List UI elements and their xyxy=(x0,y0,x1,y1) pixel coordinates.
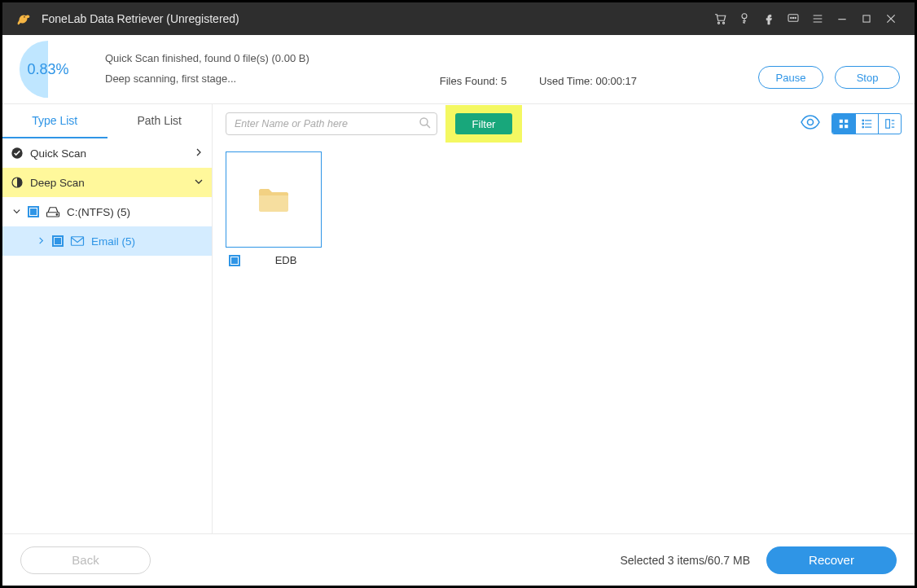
svg-point-23 xyxy=(862,123,863,125)
grid-view-button[interactable] xyxy=(832,114,855,134)
svg-point-3 xyxy=(742,14,747,19)
footer: Back Selected 3 items/60.7 MB Recover xyxy=(2,533,915,586)
svg-point-6 xyxy=(792,17,793,18)
svg-point-24 xyxy=(862,126,863,128)
svg-point-1 xyxy=(717,22,719,24)
detail-view-button[interactable] xyxy=(878,114,901,134)
folder-item[interactable]: EDB xyxy=(226,151,322,266)
svg-rect-19 xyxy=(845,120,848,123)
cart-icon[interactable] xyxy=(708,7,732,31)
titlebar: FoneLab Data Retriever (Unregistered) xyxy=(2,2,915,35)
email-checkbox[interactable] xyxy=(52,235,64,247)
tree-email[interactable]: Email (5) xyxy=(2,226,212,256)
close-icon[interactable] xyxy=(879,7,903,31)
tree-deep-scan[interactable]: Deep Scan xyxy=(2,168,212,197)
svg-point-5 xyxy=(791,17,792,18)
status-line-1: Quick Scan finished, found 0 file(s) (0.… xyxy=(105,49,309,69)
svg-rect-18 xyxy=(840,120,843,123)
tab-path-list[interactable]: Path List xyxy=(107,104,213,138)
drive-icon xyxy=(46,205,60,218)
tab-type-list[interactable]: Type List xyxy=(2,104,107,138)
facebook-icon[interactable] xyxy=(757,7,781,31)
quick-scan-label: Quick Scan xyxy=(30,147,86,160)
svg-point-17 xyxy=(808,120,814,125)
svg-point-0 xyxy=(24,16,25,18)
content-toolbar: Filter xyxy=(213,104,915,143)
folder-name: EDB xyxy=(250,254,322,266)
half-circle-icon xyxy=(11,176,24,189)
svg-rect-8 xyxy=(863,15,870,22)
menu-icon[interactable] xyxy=(805,7,830,31)
search-input[interactable] xyxy=(226,112,437,135)
view-mode-group xyxy=(831,113,902,134)
svg-rect-21 xyxy=(845,125,848,128)
filter-highlight: Filter xyxy=(445,105,522,143)
tree-quick-scan[interactable]: Quick Scan xyxy=(2,138,212,168)
main-area: Type List Path List Quick Scan Deep Scan xyxy=(2,104,915,533)
chevron-right-icon xyxy=(37,235,46,248)
key-icon[interactable] xyxy=(732,7,757,31)
recover-button[interactable]: Recover xyxy=(766,546,897,574)
chevron-right-icon xyxy=(194,147,204,160)
drive-label: C:(NTFS) (5) xyxy=(67,206,130,218)
files-found: Files Found: 5 xyxy=(440,75,507,87)
svg-rect-20 xyxy=(840,125,843,128)
search-icon[interactable] xyxy=(418,116,432,134)
app-logo-icon xyxy=(14,9,33,29)
maximize-icon[interactable] xyxy=(854,7,879,31)
progress-indicator: 0.83% xyxy=(7,37,89,102)
used-time: Used Time: 00:00:17 xyxy=(539,75,637,87)
svg-point-16 xyxy=(420,118,428,125)
selection-summary: Selected 3 items/60.7 MB xyxy=(620,554,750,567)
svg-point-14 xyxy=(56,214,58,216)
status-line-2: Deep scanning, first stage... xyxy=(105,69,309,90)
file-grid: EDB xyxy=(213,143,915,533)
svg-rect-15 xyxy=(72,237,84,246)
tree-drive[interactable]: C:(NTFS) (5) xyxy=(2,197,212,226)
pause-button[interactable]: Pause xyxy=(758,66,823,89)
list-view-button[interactable] xyxy=(855,114,878,134)
deep-scan-label: Deep Scan xyxy=(30,177,85,189)
chevron-down-icon xyxy=(12,206,21,218)
email-icon xyxy=(70,235,85,247)
back-button[interactable]: Back xyxy=(20,546,151,574)
progress-percent: 0.83% xyxy=(27,61,68,78)
content-pane: Filter xyxy=(213,104,915,533)
sidebar: Type List Path List Quick Scan Deep Scan xyxy=(2,104,213,533)
folder-checkbox[interactable] xyxy=(229,255,240,266)
email-label: Email (5) xyxy=(91,235,135,248)
filter-button[interactable]: Filter xyxy=(455,113,512,134)
svg-point-22 xyxy=(862,120,863,121)
folder-icon xyxy=(257,186,290,213)
svg-rect-25 xyxy=(885,120,889,129)
folder-thumbnail[interactable] xyxy=(226,151,322,248)
app-title: FoneLab Data Retriever (Unregistered) xyxy=(42,12,239,25)
minimize-icon[interactable] xyxy=(830,7,854,31)
check-circle-icon xyxy=(11,147,24,160)
stop-button[interactable]: Stop xyxy=(835,66,900,89)
preview-icon[interactable] xyxy=(801,115,820,133)
app-window: FoneLab Data Retriever (Unregistered) xyxy=(0,0,917,588)
status-header: 0.83% Quick Scan finished, found 0 file(… xyxy=(2,35,915,104)
svg-point-7 xyxy=(795,17,796,18)
feedback-icon[interactable] xyxy=(781,7,805,31)
drive-checkbox[interactable] xyxy=(28,206,39,217)
status-text: Quick Scan finished, found 0 file(s) (0.… xyxy=(105,49,309,89)
svg-point-2 xyxy=(722,22,724,24)
chevron-down-icon xyxy=(194,177,204,189)
